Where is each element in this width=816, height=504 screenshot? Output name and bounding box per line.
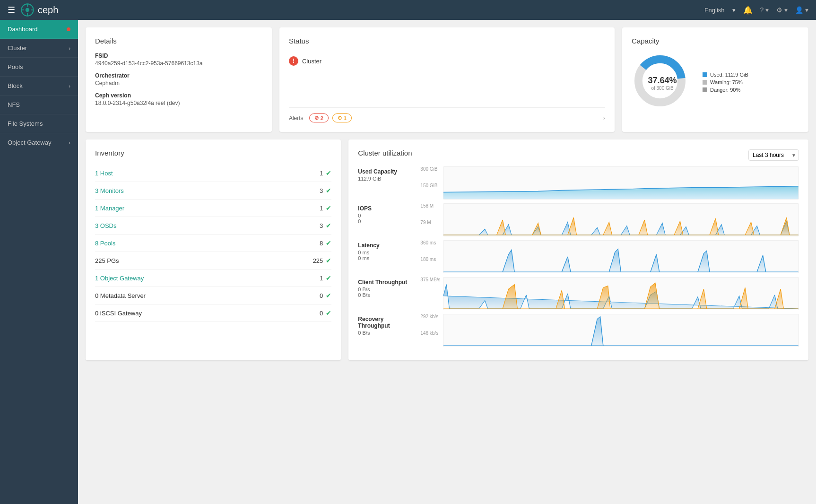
- bottom-row: Inventory 1 Host 1 ✔ 3 Monitors 3 ✔ 1 Ma…: [86, 139, 808, 360]
- iops-section: IOPS 0 0 158 M 79 M: [358, 203, 799, 236]
- dashboard-alert-dot: [67, 27, 70, 31]
- sidebar-item-label: File Systems: [8, 120, 43, 127]
- cluster-utilization-card: Cluster utilization Last 3 hours Last 1 …: [348, 139, 808, 360]
- orchestrator-value: Cephadm: [95, 80, 262, 87]
- latency-canvas: [443, 240, 799, 273]
- navbar-left: ☰ ceph: [8, 3, 58, 17]
- fsid-value: 4940a259-d153-4cc2-953a-57669613c13a: [95, 60, 262, 67]
- recovery-throughput-labels: Recovery Throughput 0 B/s: [358, 314, 415, 347]
- iops-title: IOPS: [358, 205, 415, 212]
- host-count: 1 ✔: [320, 169, 331, 177]
- client-throughput-title: Client Throughput: [358, 279, 415, 286]
- status-title: Status: [289, 37, 605, 45]
- legend-danger: Danger: 90%: [703, 87, 748, 93]
- util-header: Cluster utilization Last 3 hours Last 1 …: [358, 149, 799, 161]
- sidebar-item-pools[interactable]: Pools: [0, 58, 78, 77]
- cluster-status-label: Cluster: [302, 58, 321, 65]
- sidebar-item-object-gateway[interactable]: Object Gateway ›: [0, 133, 78, 152]
- latency-svg: [443, 241, 799, 273]
- sidebar-item-block[interactable]: Block ›: [0, 77, 78, 96]
- manager-link[interactable]: 1 Manager: [95, 205, 124, 212]
- sidebar-item-label: Cluster: [8, 44, 27, 52]
- alert-badge-red[interactable]: ⊘ 2: [309, 113, 329, 122]
- svg-marker-9: [443, 186, 799, 199]
- latency-chart: 360 ms 180 ms: [420, 240, 799, 273]
- legend-warning: Warning: 75%: [703, 79, 748, 85]
- alert-warning-icon: ⊙: [338, 115, 342, 121]
- fsid-label: FSID: [95, 52, 262, 59]
- latency-value1: 0 ms: [358, 250, 415, 255]
- capacity-legend: Used: 112.9 GiB Warning: 75% Danger: 90%: [703, 72, 748, 95]
- legend-used: Used: 112.9 GiB: [703, 72, 748, 78]
- sidebar-item-nfs[interactable]: NFS: [0, 96, 78, 114]
- iops-chart: 158 M 79 M: [420, 203, 799, 236]
- list-item: 8 Pools 8 ✔: [95, 235, 331, 252]
- language-dropdown-icon[interactable]: ▾: [732, 7, 736, 14]
- list-item: 3 OSDs 3 ✔: [95, 217, 331, 235]
- sidebar-item-label: Object Gateway: [8, 139, 52, 146]
- brand-name: ceph: [38, 5, 58, 16]
- latency-labels: Latency 0 ms 0 ms: [358, 240, 415, 273]
- used-capacity-canvas: [443, 166, 799, 200]
- metadata-server-label: 0 Metadata Server: [95, 292, 146, 299]
- check-icon: ✔: [326, 169, 331, 177]
- language-selector[interactable]: English: [704, 7, 725, 14]
- alert-badge-orange[interactable]: ⊙ 1: [332, 113, 352, 122]
- object-gateway-link[interactable]: 1 Object Gateway: [95, 275, 144, 282]
- check-icon: ✔: [326, 222, 331, 229]
- sidebar-item-label: NFS: [8, 101, 20, 108]
- sidebar-item-dashboard[interactable]: Dashboard: [0, 20, 78, 39]
- hamburger-menu[interactable]: ☰: [8, 5, 15, 15]
- settings-icon[interactable]: ⚙ ▾: [776, 6, 788, 14]
- check-icon: ✔: [326, 239, 331, 247]
- used-capacity-labels: Used Capacity 112.9 GiB: [358, 166, 415, 200]
- capacity-content: 37.64% of 300 GiB Used: 112.9 GiB Warnin…: [632, 52, 799, 114]
- chevron-right-icon: ›: [69, 45, 70, 51]
- details-title: Details: [95, 37, 262, 45]
- pgs-label: 225 PGs: [95, 257, 119, 264]
- legend-used-label: Used: 112.9 GiB: [710, 72, 748, 78]
- alert-error-icon: ⊘: [314, 115, 319, 121]
- legend-danger-dot: [703, 87, 707, 92]
- manager-count: 1 ✔: [320, 204, 331, 212]
- ceph-version-value: 18.0.0-2314-g50a32f4a reef (dev): [95, 100, 262, 106]
- host-link[interactable]: 1 Host: [95, 170, 113, 177]
- iscsi-gateway-label: 0 iSCSI Gateway: [95, 310, 142, 317]
- capacity-card: Capacity 37.64% of 300 GiB: [622, 27, 808, 132]
- check-icon: ✔: [326, 257, 331, 264]
- list-item: 0 Metadata Server 0 ✔: [95, 287, 331, 304]
- list-item: 225 PGs 225 ✔: [95, 252, 331, 269]
- user-icon[interactable]: 👤 ▾: [795, 6, 808, 14]
- alert-orange-count: 1: [344, 115, 347, 121]
- chevron-right-icon: ›: [69, 140, 70, 146]
- time-range-selector-wrap: Last 3 hours Last 1 hour Last 6 hours La…: [748, 149, 799, 161]
- iops-labels: IOPS 0 0: [358, 203, 415, 236]
- metadata-server-count: 0 ✔: [320, 292, 331, 299]
- time-range-selector[interactable]: Last 3 hours Last 1 hour Last 6 hours La…: [748, 149, 799, 161]
- sidebar-item-cluster[interactable]: Cluster ›: [0, 39, 78, 58]
- capacity-of-total: of 300 GiB: [648, 86, 677, 91]
- pools-link[interactable]: 8 Pools: [95, 240, 115, 247]
- brand-logo: ceph: [21, 3, 58, 17]
- check-icon: ✔: [326, 274, 331, 282]
- client-throughput-section: Client Throughput 0 B/s 0 B/s 375 MB/s: [358, 277, 799, 310]
- recovery-throughput-svg: [443, 314, 799, 347]
- check-icon: ✔: [326, 292, 331, 299]
- notification-icon[interactable]: 🔔: [743, 6, 753, 15]
- sidebar-item-label: Dashboard: [8, 26, 38, 33]
- iops-svg: [443, 204, 799, 236]
- used-capacity-section: Used Capacity 112.9 GiB 300 GiB 150 GiB: [358, 166, 799, 200]
- sidebar-item-label: Pools: [8, 63, 23, 70]
- sidebar-item-file-systems[interactable]: File Systems: [0, 114, 78, 133]
- osds-link[interactable]: 3 OSDs: [95, 222, 117, 229]
- iops-value1: 0: [358, 213, 415, 218]
- client-throughput-labels: Client Throughput 0 B/s 0 B/s: [358, 277, 415, 310]
- check-icon: ✔: [326, 309, 331, 317]
- latency-y-labels: 360 ms 180 ms: [420, 240, 442, 273]
- alerts-expand-icon[interactable]: ›: [603, 115, 605, 122]
- help-icon[interactable]: ? ▾: [760, 6, 769, 14]
- client-throughput-canvas: [443, 277, 799, 310]
- client-throughput-svg: [443, 278, 799, 310]
- monitors-link[interactable]: 3 Monitors: [95, 187, 124, 194]
- pools-count: 8 ✔: [320, 239, 331, 247]
